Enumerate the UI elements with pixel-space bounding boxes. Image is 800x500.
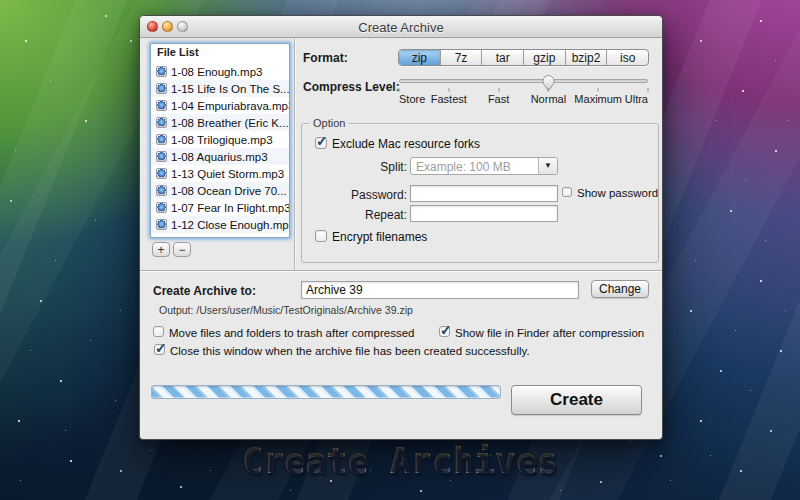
create-archive-window: Create Archive File List 1-08 Enough.mp3… <box>139 15 663 440</box>
change-button[interactable]: Change <box>591 280 649 298</box>
show-in-finder-checkbox[interactable] <box>439 326 450 337</box>
list-item[interactable]: 1-08 Breather (Eric K... <box>151 114 289 131</box>
add-file-button[interactable]: + <box>152 242 170 257</box>
split-placeholder: Example: 100 MB <box>411 158 538 174</box>
split-combobox[interactable]: Example: 100 MB ▼ <box>410 157 558 175</box>
app-caption: Create Archives <box>242 441 558 481</box>
list-item[interactable]: 1-15 Life Is On The S... <box>151 80 289 97</box>
move-to-trash-checkbox[interactable] <box>153 326 164 337</box>
slider-tick <box>498 88 499 92</box>
chevron-down-icon: ▼ <box>544 162 552 170</box>
archive-name-field[interactable] <box>301 281 579 299</box>
file-name: 1-08 Trilogique.mp3 <box>171 134 273 146</box>
format-label: Format: <box>303 51 348 65</box>
list-item[interactable]: 1-08 Ocean Drive 70... <box>151 182 289 199</box>
list-item[interactable]: 1-08 Aquarius.mp3 <box>151 148 289 165</box>
slider-level-label: Fast <box>488 93 509 105</box>
option-group-title: Option <box>309 117 349 129</box>
compress-level-label: Compress Level: <box>303 80 400 94</box>
password-field[interactable] <box>410 185 558 202</box>
stars-layer-dim <box>0 0 1 1</box>
file-list-items: 1-08 Enough.mp31-15 Life Is On The S...1… <box>151 63 289 233</box>
file-name: 1-08 Breather (Eric K... <box>171 117 289 129</box>
split-dropdown-button[interactable]: ▼ <box>538 158 557 174</box>
file-name: 1-08 Aquarius.mp3 <box>171 151 268 163</box>
show-password-checkbox[interactable] <box>562 187 572 197</box>
format-segmented-control: zip7ztargzipbzip2iso <box>398 49 649 66</box>
file-list-label: File List <box>151 44 289 59</box>
file-name: 1-04 Empuriabrava.mp3 <box>171 100 289 112</box>
close-window-label: Close this window when the archive file … <box>170 345 530 357</box>
slider-thumb[interactable] <box>541 74 556 91</box>
slider-tick <box>448 88 449 92</box>
output-path: Output: /Users/user/Music/TestOriginals/… <box>159 304 413 316</box>
list-item[interactable]: 1-13 Quiet Storm.mp3 <box>151 165 289 182</box>
move-to-trash-label: Move files and folders to trash after co… <box>169 327 414 339</box>
slider-track[interactable] <box>399 79 648 83</box>
music-file-icon <box>156 66 167 77</box>
music-file-icon <box>156 83 167 94</box>
create-button[interactable]: Create <box>511 385 642 415</box>
music-file-icon <box>156 117 167 128</box>
password-label: Password: <box>312 188 407 202</box>
repeat-field[interactable] <box>410 205 558 222</box>
format-segment-tar[interactable]: tar <box>481 50 523 65</box>
titlebar[interactable]: Create Archive <box>140 16 662 38</box>
stars-layer-bright <box>0 0 2 2</box>
format-segment-gzip[interactable]: gzip <box>523 50 565 65</box>
slider-tick <box>548 88 549 92</box>
option-group: Option Exclude Mac resource forks Split:… <box>301 123 659 263</box>
list-item[interactable]: 1-08 Enough.mp3 <box>151 63 289 80</box>
slider-level-label: Store <box>399 93 425 105</box>
list-item[interactable]: 1-04 Empuriabrava.mp3 <box>151 97 289 114</box>
slider-level-label: Fastest <box>431 93 467 105</box>
file-name: 1-07 Fear In Flight.mp3 <box>171 202 289 214</box>
window-title: Create Archive <box>140 20 662 35</box>
file-name: 1-08 Ocean Drive 70... <box>171 185 287 197</box>
file-list-actions: + − <box>152 242 191 257</box>
format-segment-iso[interactable]: iso <box>606 50 648 65</box>
show-password-label: Show password <box>577 187 658 199</box>
format-segment-7z[interactable]: 7z <box>440 50 482 65</box>
file-name: 1-08 Enough.mp3 <box>171 66 262 78</box>
remove-file-button[interactable]: − <box>173 242 191 257</box>
file-name: 1-12 Close Enough.mp3 <box>171 219 289 231</box>
show-in-finder-label: Show file in Finder after compression <box>455 327 644 339</box>
compress-level-slider[interactable]: StoreFastestFastNormalMaximumUltra <box>399 75 648 107</box>
file-name: 1-13 Quiet Storm.mp3 <box>171 168 284 180</box>
destination-label: Create Archive to: <box>153 284 256 298</box>
music-file-icon <box>156 100 167 111</box>
slider-level-label: Ultra <box>625 93 648 105</box>
repeat-label: Repeat: <box>312 208 407 222</box>
horizontal-divider <box>140 270 662 271</box>
format-segment-bzip2[interactable]: bzip2 <box>565 50 607 65</box>
exclude-forks-label: Exclude Mac resource forks <box>332 137 480 151</box>
split-label: Split: <box>312 160 407 174</box>
exclude-forks-checkbox[interactable] <box>315 137 327 149</box>
progress-bar <box>151 385 501 399</box>
music-file-icon <box>156 151 167 162</box>
music-file-icon <box>156 168 167 179</box>
close-window-checkbox[interactable] <box>154 344 165 355</box>
music-file-icon <box>156 202 167 213</box>
music-file-icon <box>156 134 167 145</box>
format-segment-zip[interactable]: zip <box>399 50 440 65</box>
slider-level-label: Maximum <box>574 93 622 105</box>
file-list[interactable]: File List 1-08 Enough.mp31-15 Life Is On… <box>150 43 290 238</box>
slider-tick <box>648 88 649 92</box>
vertical-divider <box>294 38 295 270</box>
list-item[interactable]: 1-12 Close Enough.mp3 <box>151 216 289 233</box>
list-item[interactable]: 1-08 Trilogique.mp3 <box>151 131 289 148</box>
slider-tick <box>399 88 400 92</box>
slider-tick <box>598 88 599 92</box>
slider-level-label: Normal <box>531 93 566 105</box>
list-item[interactable]: 1-07 Fear In Flight.mp3 <box>151 199 289 216</box>
encrypt-filenames-checkbox[interactable] <box>315 230 327 242</box>
encrypt-filenames-label: Encrypt filenames <box>332 230 427 244</box>
music-file-icon <box>156 219 167 230</box>
music-file-icon <box>156 185 167 196</box>
file-name: 1-15 Life Is On The S... <box>171 83 289 95</box>
